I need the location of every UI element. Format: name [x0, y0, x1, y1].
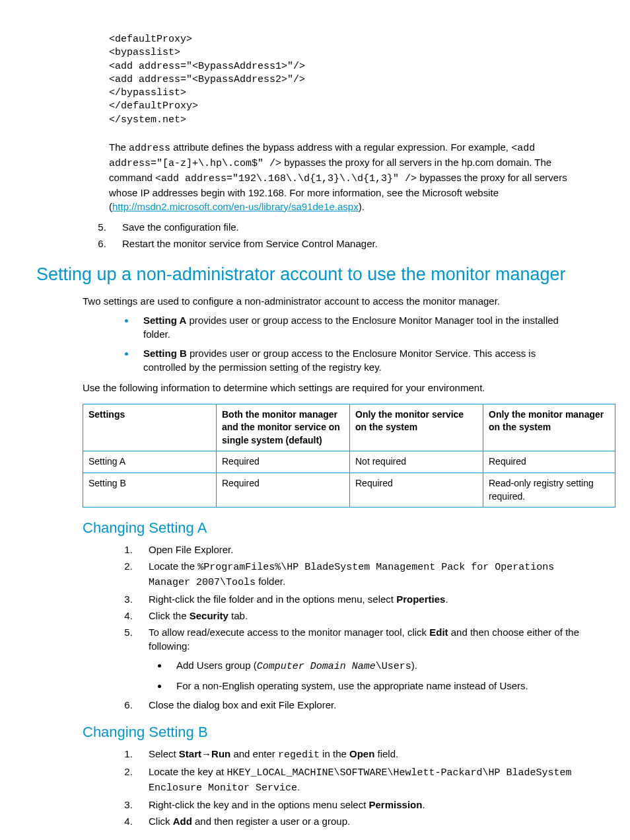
- setting-a-steps: Open File Explorer. Locate the %ProgramF…: [36, 543, 580, 653]
- list-item: Locate the key at HKEY_LOCAL_MACHINE\SOF…: [135, 765, 580, 795]
- changing-setting-a-heading: Changing Setting A: [83, 518, 580, 539]
- settings-table: Settings Both the monitor manager and th…: [83, 404, 615, 508]
- list-item: Setting A provides user or group access …: [135, 313, 580, 341]
- text: .: [297, 781, 300, 792]
- table-cell: Setting A: [83, 451, 217, 473]
- table-header: Both the monitor manager and the monitor…: [217, 404, 350, 451]
- text: and then register a user or a group.: [192, 816, 350, 827]
- table-header: Only the monitor service on the system: [350, 404, 483, 451]
- path-code: %ProgramFiles%\HP BladeSystem Management…: [149, 562, 554, 588]
- text: Locate the: [149, 560, 197, 572]
- list-item: Restart the monitor service from Service…: [109, 237, 580, 250]
- table-row: Setting A Required Not required Required: [83, 451, 615, 473]
- list-item: Setting B provides user or group access …: [135, 346, 580, 374]
- table-cell: Required: [350, 473, 483, 507]
- text: Add Users group (: [176, 660, 257, 671]
- use-paragraph: Use the following information to determi…: [83, 381, 580, 395]
- table-row: Setting B Required Required Read-only re…: [83, 473, 615, 507]
- table-cell: Setting B: [83, 473, 217, 507]
- run-label: Run: [211, 748, 230, 759]
- properties-label: Properties: [396, 593, 445, 605]
- permission-label: Permission: [369, 799, 423, 810]
- domain-placeholder: Computer Domain Name: [257, 661, 376, 672]
- list-item: Locate the %ProgramFiles%\HP BladeSystem…: [135, 559, 580, 590]
- regedit-code: regedit: [278, 749, 320, 761]
- section-heading: Setting up a non-administrator account t…: [36, 262, 580, 287]
- code-address: address: [129, 143, 170, 154]
- text: and enter: [230, 748, 278, 759]
- text: The: [109, 141, 129, 153]
- table-cell: Required: [483, 451, 615, 473]
- list-item: Right-click the key and in the options m…: [135, 798, 580, 812]
- text: ).: [411, 660, 417, 671]
- text: provides user or group access to the Enc…: [143, 348, 536, 373]
- setting-a-steps-cont: Close the dialog box and exit File Explo…: [36, 698, 580, 712]
- text: Locate the key at: [149, 766, 227, 777]
- list-item: Open File Explorer.: [135, 543, 580, 556]
- continuation-list: Save the configuration file. Restart the…: [36, 220, 580, 250]
- table-header: Settings: [83, 404, 217, 451]
- text: provides user or group access to the Enc…: [143, 315, 559, 340]
- text: Click: [149, 816, 173, 827]
- arrow-icon: →: [201, 748, 211, 759]
- msdn-link[interactable]: http://msdn2.microsoft.com/en-us/library…: [112, 201, 359, 212]
- list-item: Add Users group (Computer Domain Name\Us…: [168, 658, 580, 673]
- text: Select: [149, 748, 179, 759]
- intro-paragraph: Two settings are used to configure a non…: [83, 294, 580, 308]
- setting-b-label: Setting B: [143, 348, 187, 359]
- security-label: Security: [190, 610, 228, 621]
- text: attribute defines the bypass address wit…: [170, 141, 511, 153]
- list-item: Click the Security tab.: [135, 609, 580, 623]
- settings-bullets: Setting A provides user or group access …: [36, 313, 580, 374]
- text: field.: [374, 748, 398, 759]
- xml-code-block: <defaultProxy> <bypasslist> <add address…: [109, 33, 580, 127]
- text: folder.: [256, 576, 285, 587]
- text: ).: [359, 201, 365, 212]
- edit-label: Edit: [429, 627, 448, 638]
- add-label: Add: [173, 816, 192, 827]
- table-cell: Required: [217, 451, 350, 473]
- start-label: Start: [179, 748, 201, 759]
- list-item: To allow read/execute access to the moni…: [135, 625, 580, 653]
- list-item: For a non-English operating system, use …: [168, 679, 580, 693]
- list-item: Right-click the file folder and in the o…: [135, 592, 580, 606]
- open-label: Open: [349, 748, 374, 759]
- code-example-2: <add address="192\.168\.\d{1,3}\.\d{1,3}…: [155, 173, 417, 184]
- table-header: Only the monitor manager on the system: [483, 404, 615, 451]
- setting-a-label: Setting A: [143, 315, 186, 326]
- text: Right-click the file folder and in the o…: [149, 593, 396, 605]
- setting-a-subbullets: Add Users group (Computer Domain Name\Us…: [36, 658, 580, 693]
- list-item: Click Add and then register a user or a …: [135, 814, 580, 828]
- address-explanation-paragraph: The address attribute defines the bypass…: [109, 140, 580, 213]
- setting-b-steps: Select Start→Run and enter regedit in th…: [36, 747, 580, 828]
- list-item: Close the dialog box and exit File Explo…: [135, 698, 580, 712]
- text: .: [422, 799, 425, 810]
- table-cell: Required: [217, 473, 350, 507]
- table-cell: Not required: [350, 451, 483, 473]
- text: To allow read/execute access to the moni…: [149, 627, 429, 638]
- list-item: Select Start→Run and enter regedit in th…: [135, 747, 580, 762]
- users-code: \Users: [376, 661, 411, 672]
- text: .: [445, 593, 448, 605]
- changing-setting-b-heading: Changing Setting B: [83, 722, 580, 743]
- text: Click the: [149, 610, 190, 621]
- text: in the: [320, 748, 349, 759]
- list-item: Save the configuration file.: [109, 220, 580, 234]
- table-cell: Read-only registry setting required.: [483, 473, 615, 507]
- text: tab.: [228, 610, 248, 621]
- text: Right-click the key and in the options m…: [149, 799, 369, 810]
